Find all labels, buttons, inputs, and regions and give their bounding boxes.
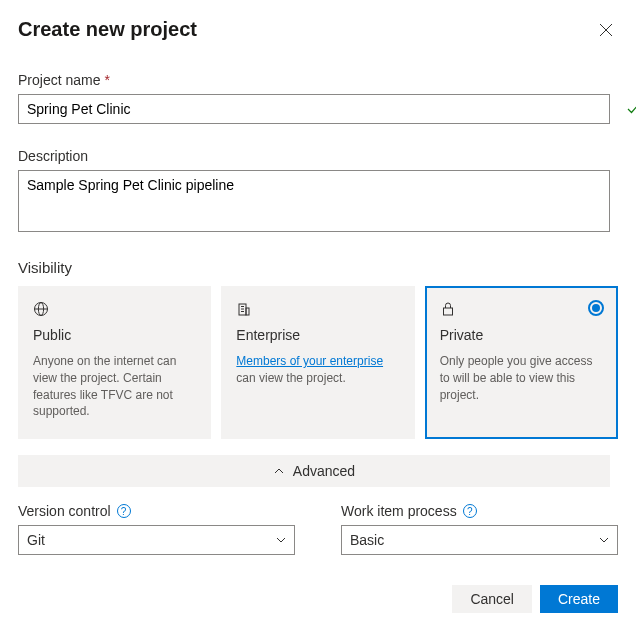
project-name-label: Project name *	[18, 72, 618, 88]
cancel-button[interactable]: Cancel	[452, 585, 532, 613]
visibility-label: Visibility	[18, 259, 618, 276]
visibility-cards: Public Anyone on the internet can view t…	[18, 286, 618, 439]
close-icon	[598, 22, 614, 38]
visibility-public-desc: Anyone on the internet can view the proj…	[33, 353, 196, 420]
globe-icon	[33, 301, 196, 317]
version-control-select[interactable]: Git	[18, 525, 295, 555]
description-textarea[interactable]: Sample Spring Pet Clinic pipeline	[18, 170, 610, 232]
required-indicator: *	[104, 72, 109, 88]
visibility-public-title: Public	[33, 327, 196, 343]
dialog-title: Create new project	[18, 18, 197, 41]
project-name-label-text: Project name	[18, 72, 100, 88]
visibility-card-private[interactable]: Private Only people you give access to w…	[425, 286, 618, 439]
advanced-toggle[interactable]: Advanced	[18, 455, 610, 487]
svg-rect-10	[443, 308, 452, 315]
building-icon	[236, 301, 399, 317]
svg-rect-6	[246, 308, 249, 315]
chevron-up-icon	[273, 465, 285, 477]
visibility-enterprise-title: Enterprise	[236, 327, 399, 343]
visibility-enterprise-desc: Members of your enterprise can view the …	[236, 353, 399, 387]
visibility-card-enterprise[interactable]: Enterprise Members of your enterprise ca…	[221, 286, 414, 439]
description-label: Description	[18, 148, 618, 164]
version-control-label: Version control	[18, 503, 111, 519]
visibility-private-title: Private	[440, 327, 603, 343]
close-button[interactable]	[594, 18, 618, 42]
work-item-process-select[interactable]: Basic	[341, 525, 618, 555]
selected-radio-icon	[588, 300, 604, 316]
checkmark-icon	[626, 102, 636, 116]
visibility-card-public[interactable]: Public Anyone on the internet can view t…	[18, 286, 211, 439]
lock-icon	[440, 301, 603, 317]
visibility-private-desc: Only people you give access to will be a…	[440, 353, 603, 403]
project-name-input[interactable]	[18, 94, 610, 124]
help-icon[interactable]: ?	[117, 504, 131, 518]
help-icon[interactable]: ?	[463, 504, 477, 518]
advanced-label: Advanced	[293, 463, 355, 479]
enterprise-members-link[interactable]: Members of your enterprise	[236, 354, 383, 368]
enterprise-desc-suffix: can view the project.	[236, 371, 345, 385]
work-item-process-label: Work item process	[341, 503, 457, 519]
create-button[interactable]: Create	[540, 585, 618, 613]
